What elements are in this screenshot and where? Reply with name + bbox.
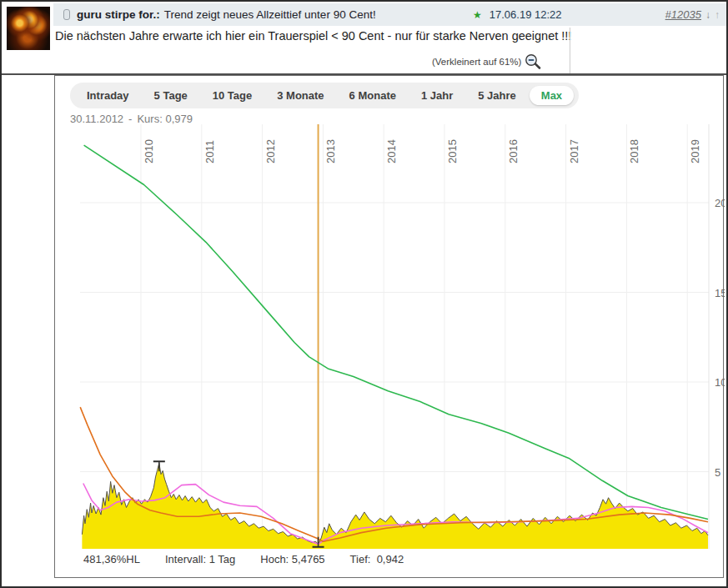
x-axis-year-label: 2015 bbox=[446, 139, 459, 163]
stat-low: Tief: 0,942 bbox=[350, 553, 404, 565]
tab-3-monate[interactable]: 3 Monate bbox=[265, 86, 335, 105]
x-axis-year-label: 2016 bbox=[507, 139, 520, 163]
chart-tabs: Intraday5 Tage10 Tage3 Monate6 Monate1 J… bbox=[70, 83, 579, 108]
y-axis-tick-label: 10 bbox=[715, 376, 725, 389]
avatar[interactable] bbox=[7, 7, 50, 50]
zoom-out-icon[interactable] bbox=[524, 53, 544, 70]
tab-6-monate[interactable]: 6 Monate bbox=[338, 86, 408, 105]
crosshair-date: 30.11.2012 bbox=[70, 113, 123, 125]
tab-5-tage[interactable]: 5 Tage bbox=[143, 86, 199, 105]
chart-footer-stats: 481,36%HL Intervall: 1 Tag Hoch: 5,4765 … bbox=[83, 553, 404, 565]
price-outline bbox=[82, 463, 708, 544]
chart-svg: 2010201120122013201420152016201720182019… bbox=[55, 76, 725, 579]
post-body-text: Die nächsten Jahre erwarte ich hier ein … bbox=[55, 29, 571, 43]
ma-long-line bbox=[80, 407, 708, 541]
x-axis-year-label: 2018 bbox=[628, 139, 640, 163]
x-axis-year-label: 2011 bbox=[203, 140, 216, 163]
x-axis-year-label: 2019 bbox=[689, 139, 701, 163]
price-area bbox=[82, 463, 708, 549]
stat-interval: Intervall: 1 Tag bbox=[165, 553, 235, 565]
y-axis-tick-label: 5 bbox=[715, 466, 720, 479]
stat-high: Hoch: 5,4765 bbox=[260, 553, 324, 565]
tab-intraday[interactable]: Intraday bbox=[75, 86, 141, 105]
ma-short-line bbox=[83, 484, 708, 545]
tab-10-tage[interactable]: 10 Tage bbox=[201, 86, 264, 105]
resized-note: (Verkleinert auf 61%) bbox=[432, 57, 521, 67]
stat-hl-percent: 481,36%HL bbox=[83, 553, 140, 565]
star-icon[interactable]: ★ bbox=[473, 10, 482, 20]
x-axis-year-label: 2017 bbox=[568, 139, 580, 163]
prev-post-arrow-icon[interactable]: ↓ bbox=[705, 9, 710, 21]
column-divider bbox=[570, 28, 570, 73]
post-header-bar: guru stirpe for.: Trend zeigt neues Allz… bbox=[53, 3, 728, 26]
benchmark-line bbox=[84, 145, 708, 519]
x-axis-year-label: 2012 bbox=[264, 139, 277, 163]
author-link[interactable]: guru stirpe for.: bbox=[77, 8, 160, 21]
forum-post-screenshot: guru stirpe for.: Trend zeigt neues Allz… bbox=[0, 0, 728, 588]
y-axis-tick-label: 20 bbox=[715, 197, 725, 209]
x-axis-year-label: 2010 bbox=[143, 139, 155, 163]
tab-max[interactable]: Max bbox=[530, 86, 574, 105]
x-axis-year-label: 2013 bbox=[324, 139, 337, 163]
crosshair-price: Kurs: 0,979 bbox=[137, 113, 193, 125]
post-datetime: 17.06.19 12:22 bbox=[490, 8, 562, 21]
next-post-arrow-icon[interactable]: ↑ bbox=[715, 9, 720, 21]
chart-panel: Intraday5 Tage10 Tage3 Monate6 Monate1 J… bbox=[54, 75, 724, 578]
x-axis-year-label: 2014 bbox=[385, 139, 398, 163]
post-title: Trend zeigt neues Allzeittief unter 90 C… bbox=[164, 8, 376, 21]
crosshair-readout: 30.11.2012 - Kurs: 0,979 bbox=[70, 113, 193, 125]
tab-5-jahre[interactable]: 5 Jahre bbox=[466, 86, 528, 105]
pin-icon bbox=[63, 9, 70, 20]
post-number-link[interactable]: #12035 bbox=[665, 8, 701, 21]
crosshair-sep: - bbox=[128, 113, 132, 125]
y-axis-tick-label: 15 bbox=[715, 287, 725, 299]
tab-1-jahr[interactable]: 1 Jahr bbox=[409, 86, 464, 105]
